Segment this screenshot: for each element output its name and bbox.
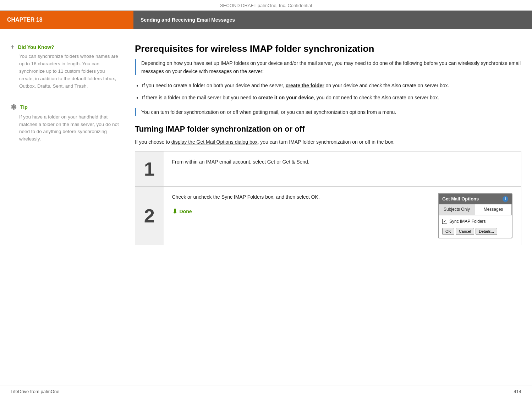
dialog-title: Get Mail Options [442, 195, 479, 203]
section2-heading: Turning IMAP folder synchronization on o… [135, 125, 521, 134]
dialog-buttons: OK Cancel Details... [442, 228, 508, 235]
chapter-header: CHAPTER 18 Sending and Receiving Email M… [0, 11, 532, 29]
dialog-body: ✓ Sync IMAP Folders OK Cancel Details... [439, 215, 512, 238]
note-block: You can turn folder synchronization on o… [135, 108, 521, 116]
step1-content: From within an IMAP email account, selec… [164, 151, 521, 186]
step1-text: From within an IMAP email account, selec… [172, 159, 309, 165]
section2-intro-before: If you choose to [135, 139, 171, 145]
bullet-item-2: If there is a folder on the mail server … [142, 94, 521, 101]
step2-text: Check or uncheck the Sync IMAP Folders b… [172, 194, 320, 200]
section2-intro: If you choose to display the Get Mail Op… [135, 138, 521, 146]
step2-content: Check or uncheck the Sync IMAP Folders b… [164, 186, 521, 245]
step2-text-area: Check or uncheck the Sync IMAP Folders b… [172, 193, 428, 217]
sidebar-tip: ✱ Tip If you have a folder on your handh… [11, 103, 121, 143]
dialog-details-button[interactable]: Details... [476, 228, 497, 235]
done-label: ⬇ Done [172, 206, 428, 217]
did-you-know-body: You can synchronize folders whose names … [11, 53, 121, 90]
sidebar: + Did You Know? You can synchronize fold… [11, 43, 131, 245]
get-mail-options-dialog: Get Mail Options i Subjects Only Message… [438, 193, 512, 238]
bullet2-link[interactable]: create it on your device [258, 95, 314, 100]
bullet-item-1: If you need to create a folder on both y… [142, 82, 521, 89]
section2-link[interactable]: display the Get Mail Options dialog box [171, 139, 258, 145]
tip-body: If you have a folder on your handheld th… [11, 114, 121, 143]
chapter-label: CHAPTER 18 [0, 11, 133, 29]
page-footer: LifeDrive from palmOne 414 [0, 386, 532, 397]
asterisk-icon: ✱ [11, 103, 17, 111]
sidebar-did-you-know: + Did You Know? You can synchronize fold… [11, 43, 121, 90]
note-text: You can turn folder synchronization on o… [141, 108, 521, 116]
sidebar-did-you-know-heading: + Did You Know? [11, 43, 121, 51]
step2-inner: Check or uncheck the Sync IMAP Folders b… [172, 193, 513, 238]
bullet1-text-before: If you need to create a folder on both y… [142, 83, 286, 88]
dialog-tab-messages[interactable]: Messages [475, 204, 512, 215]
section1-intro: Depending on how you have set up IMAP fo… [141, 59, 521, 75]
sync-imap-checkbox[interactable]: ✓ [442, 219, 447, 224]
main-area: Prerequisites for wireless IMAP folder s… [131, 43, 521, 245]
did-you-know-label: Did You Know? [18, 44, 54, 50]
dialog-ok-button[interactable]: OK [442, 228, 454, 235]
step-row-1: 1 From within an IMAP email account, sel… [135, 151, 521, 186]
step2-number: 2 [135, 186, 164, 245]
sync-folders-row: ✓ Sync IMAP Folders [442, 218, 508, 225]
done-arrow-icon: ⬇ [172, 206, 177, 217]
section1-heading: Prerequisites for wireless IMAP folder s… [135, 43, 521, 54]
dialog-info-icon: i [503, 196, 508, 202]
dialog-tabs: Subjects Only Messages [439, 204, 512, 215]
section1-intro-block: Depending on how you have set up IMAP fo… [135, 59, 521, 75]
section2-intro-after: , you can turn IMAP folder synchronizati… [258, 139, 395, 145]
footer-page-number: 414 [514, 389, 521, 394]
dialog-tab-subjects-only[interactable]: Subjects Only [439, 204, 475, 215]
bullet-list: If you need to create a folder on both y… [142, 82, 521, 102]
done-text: Done [180, 208, 192, 215]
sidebar-tip-heading: ✱ Tip [11, 103, 121, 111]
bullet2-text-before: If there is a folder on the mail server … [142, 95, 258, 100]
tip-label: Tip [20, 104, 28, 110]
plus-icon: + [11, 43, 15, 51]
bullet1-link[interactable]: create the folder [286, 83, 324, 88]
footer-left: LifeDrive from palmOne [11, 389, 59, 394]
dialog-cancel-button[interactable]: Cancel [456, 228, 474, 235]
chapter-title: Sending and Receiving Email Messages [133, 11, 532, 29]
watermark: SECOND DRAFT palmOne, Inc. Confidential [0, 0, 532, 11]
steps-table: 1 From within an IMAP email account, sel… [135, 151, 521, 245]
bullet1-text-after: on your device and check the Also create… [324, 83, 449, 88]
step1-number: 1 [135, 151, 164, 186]
bullet2-text-after: , you do not need to check the Also crea… [314, 95, 439, 100]
main-content: + Did You Know? You can synchronize fold… [0, 29, 532, 252]
step-row-2: 2 Check or uncheck the Sync IMAP Folders… [135, 186, 521, 245]
sync-folders-label: Sync IMAP Folders [449, 218, 486, 225]
dialog-titlebar: Get Mail Options i [439, 194, 512, 205]
